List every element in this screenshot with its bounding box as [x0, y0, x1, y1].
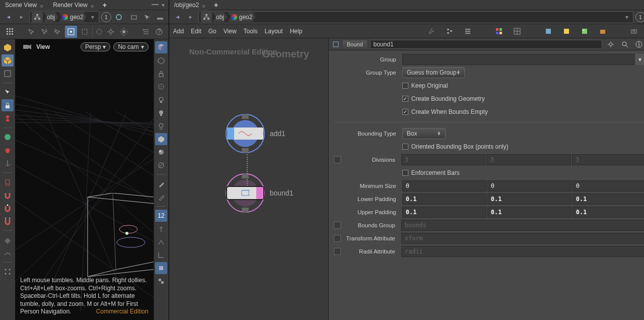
bounds-group-field[interactable]: [401, 220, 644, 231]
operator-name-field[interactable]: [370, 40, 602, 49]
tab-scene-view[interactable]: Scene View ×: [0, 0, 48, 10]
divisions-z[interactable]: [572, 154, 644, 165]
secure-select-icon[interactable]: [92, 26, 103, 37]
menu-view[interactable]: View: [224, 28, 237, 35]
operator-type[interactable]: Bound: [343, 40, 367, 48]
ghost-icon[interactable]: [155, 81, 167, 93]
enable-toggle[interactable]: [334, 222, 341, 229]
check-create-empty[interactable]: Create When Bounds Empty: [402, 107, 488, 116]
guide-icon[interactable]: [155, 262, 167, 274]
upperpad-z[interactable]: [573, 207, 644, 218]
uv-icon[interactable]: [155, 249, 167, 261]
image-icon[interactable]: [579, 26, 590, 37]
snap-grid-tool[interactable]: [2, 176, 14, 188]
normals-icon[interactable]: [155, 223, 167, 235]
tab-add-button[interactable]: +: [99, 1, 111, 9]
magnet-point-tool[interactable]: [2, 202, 14, 214]
menu-help[interactable]: Help: [290, 28, 303, 35]
lock-display-icon[interactable]: [155, 68, 167, 80]
tangent-icon[interactable]: [155, 236, 167, 248]
lowerpad-x[interactable]: [402, 194, 486, 205]
viewport-options-icon[interactable]: [140, 26, 152, 37]
network-icon[interactable]: [32, 12, 43, 22]
network-editor[interactable]: Non-Commercial Edition Geometry add1: [169, 38, 328, 320]
crumb-dropdown-icon[interactable]: ▾: [89, 14, 97, 21]
minsize-y[interactable]: [487, 180, 571, 191]
menu-add[interactable]: Add: [173, 28, 184, 35]
construction-plane-tool[interactable]: [2, 234, 14, 246]
menu-edit[interactable]: Edit: [191, 28, 201, 35]
minsize-z[interactable]: [573, 180, 644, 191]
select-edge-icon[interactable]: [39, 26, 50, 37]
material-icon[interactable]: [155, 146, 167, 158]
viewport-3d[interactable]: View Persp▾ No cam▾ Left mouse tumbles. …: [15, 39, 154, 320]
close-icon[interactable]: ×: [202, 3, 206, 7]
check-oriented[interactable]: Oriented Bounding Box (points only): [402, 142, 509, 151]
xray-icon[interactable]: [155, 159, 167, 171]
magnet-multi-tool[interactable]: [2, 215, 14, 227]
menu-tools[interactable]: Tools: [244, 28, 258, 35]
object-tool[interactable]: [2, 41, 14, 53]
shelf-icon[interactable]: [128, 12, 139, 23]
check-create-bounding[interactable]: Create Bounding Geometry: [402, 94, 485, 103]
enable-toggle[interactable]: [334, 235, 341, 242]
upperpad-y[interactable]: [487, 207, 571, 218]
snapshot-icon[interactable]: [628, 26, 639, 37]
char-picker-tool[interactable]: [2, 112, 14, 124]
lowerpad-y[interactable]: [487, 194, 571, 205]
minsize-x[interactable]: [402, 180, 486, 191]
crumb-obj[interactable]: obj: [213, 12, 227, 22]
point-display-icon[interactable]: 12: [155, 210, 167, 222]
lights-icon[interactable]: [155, 12, 166, 23]
check-enforcement-bars[interactable]: Enforcement Bars: [402, 168, 460, 177]
list-view-icon[interactable]: [462, 26, 473, 37]
node-bound1[interactable]: bound1: [226, 173, 294, 213]
camera-select-dropdown[interactable]: No cam▾: [113, 42, 148, 51]
box-icon[interactable]: [597, 26, 608, 37]
help-icon[interactable]: ?: [154, 26, 165, 37]
group-field[interactable]: [402, 54, 634, 65]
network-icon[interactable]: [201, 12, 212, 22]
crumb-dropdown-icon[interactable]: ▾: [623, 14, 631, 21]
wrench-icon[interactable]: [426, 26, 437, 37]
group-type-dropdown[interactable]: Guess from Group▲▼: [402, 67, 465, 78]
select-contained-icon[interactable]: [65, 26, 77, 38]
shading-mode-icon[interactable]: [155, 133, 167, 145]
xform-attr-field[interactable]: [401, 233, 644, 244]
area-select-icon[interactable]: [79, 26, 90, 37]
gear-icon[interactable]: [105, 26, 116, 37]
select-face-icon[interactable]: [26, 26, 37, 37]
select-visible-icon[interactable]: [52, 26, 63, 37]
draw-tool[interactable]: [2, 266, 14, 278]
close-icon[interactable]: ×: [91, 3, 95, 7]
tab-render-view[interactable]: Render View ×: [48, 0, 98, 10]
headlight-icon[interactable]: [155, 107, 167, 119]
align-tool[interactable]: [2, 247, 14, 259]
pick-icon[interactable]: [141, 12, 153, 23]
menu-layout[interactable]: Layout: [265, 28, 283, 35]
breadcrumb[interactable]: obj geo2 ▾: [198, 11, 633, 23]
bug-tool[interactable]: [2, 144, 14, 156]
pin-indicator[interactable]: 1: [635, 12, 644, 22]
select-tool[interactable]: [2, 86, 14, 98]
tab-obj-geo2[interactable]: /obj/geo2 ×: [169, 0, 210, 10]
crumb-geo[interactable]: geo2: [59, 12, 87, 22]
divisions-y[interactable]: [486, 154, 571, 165]
sticky-icon[interactable]: [561, 26, 572, 37]
info-icon[interactable]: i: [633, 39, 644, 50]
find-node-icon[interactable]: [543, 26, 554, 37]
bulb-icon[interactable]: [155, 94, 167, 106]
enable-toggle[interactable]: [334, 248, 341, 255]
link-icon[interactable]: [113, 12, 124, 23]
world-tool[interactable]: [2, 131, 14, 143]
radii-attr-field[interactable]: [401, 246, 644, 257]
sun-icon[interactable]: [118, 26, 129, 37]
lowerpad-z[interactable]: [573, 194, 644, 205]
axis-tool[interactable]: [2, 157, 14, 169]
nav-forward-button[interactable]: [185, 12, 196, 23]
bulb-shadow-icon[interactable]: [155, 120, 167, 132]
close-icon[interactable]: ×: [40, 3, 44, 7]
minimize-icon[interactable]: [152, 4, 159, 6]
crumb-geo[interactable]: geo2: [228, 12, 256, 22]
bounding-type-dropdown[interactable]: Box▲▼: [402, 128, 446, 139]
